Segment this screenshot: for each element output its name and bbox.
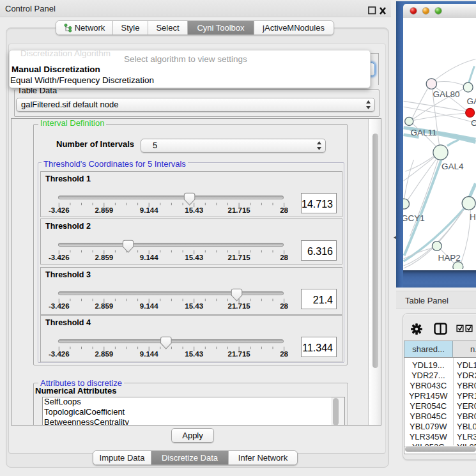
- svg-text:2.859: 2.859: [95, 206, 113, 214]
- svg-text:GCY1: GCY1: [403, 213, 425, 223]
- svg-text:2.859: 2.859: [95, 350, 113, 358]
- svg-text:2.859: 2.859: [95, 302, 113, 310]
- svg-text:CD: CD: [471, 118, 476, 128]
- svg-text:28: 28: [280, 302, 288, 310]
- svg-text:15.43: 15.43: [185, 350, 203, 358]
- svg-text:GAL80: GAL80: [433, 89, 460, 99]
- svg-text:9.144: 9.144: [140, 350, 158, 358]
- svg-text:21.715: 21.715: [228, 206, 251, 214]
- svg-text:15.43: 15.43: [185, 302, 203, 310]
- svg-text:GAL11: GAL11: [411, 128, 437, 137]
- svg-text:HAP2: HAP2: [438, 253, 461, 263]
- svg-text:28: 28: [280, 350, 288, 358]
- svg-text:-3.426: -3.426: [49, 302, 70, 310]
- svg-text:GAL4: GAL4: [441, 162, 464, 171]
- svg-text:28: 28: [280, 206, 288, 214]
- svg-text:21.715: 21.715: [228, 302, 251, 310]
- svg-text:9.144: 9.144: [140, 302, 158, 310]
- svg-text:9.144: 9.144: [140, 254, 158, 261]
- svg-text:GA: GA: [466, 96, 476, 106]
- svg-text:HI: HI: [470, 212, 476, 222]
- svg-text:-3.426: -3.426: [49, 206, 70, 214]
- svg-text:15.43: 15.43: [185, 206, 203, 214]
- svg-text:-3.426: -3.426: [49, 254, 70, 261]
- svg-text:15.43: 15.43: [185, 254, 203, 261]
- svg-text:-3.426: -3.426: [49, 350, 70, 358]
- svg-text:21.715: 21.715: [228, 350, 251, 358]
- svg-text:28: 28: [280, 254, 288, 261]
- svg-text:21.715: 21.715: [228, 254, 251, 261]
- svg-text:9.144: 9.144: [140, 206, 158, 214]
- svg-text:2.859: 2.859: [95, 254, 113, 261]
